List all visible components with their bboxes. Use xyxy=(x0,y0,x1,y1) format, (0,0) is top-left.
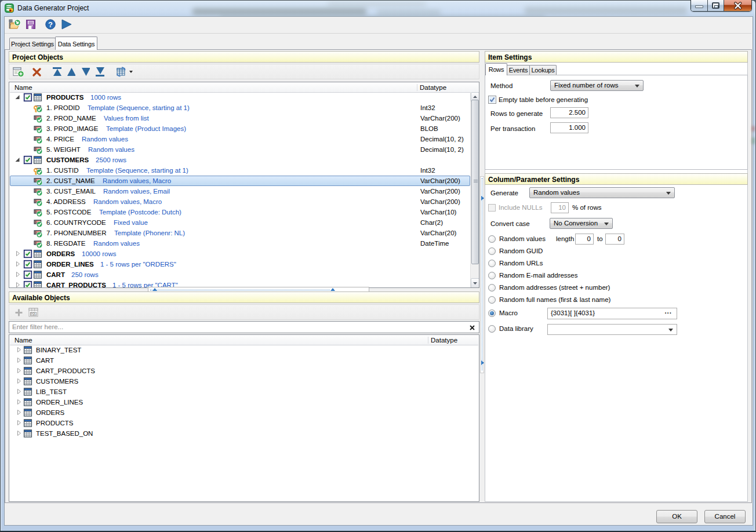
svg-text:?: ? xyxy=(48,20,53,29)
svg-text:SQL: SQL xyxy=(31,312,37,315)
